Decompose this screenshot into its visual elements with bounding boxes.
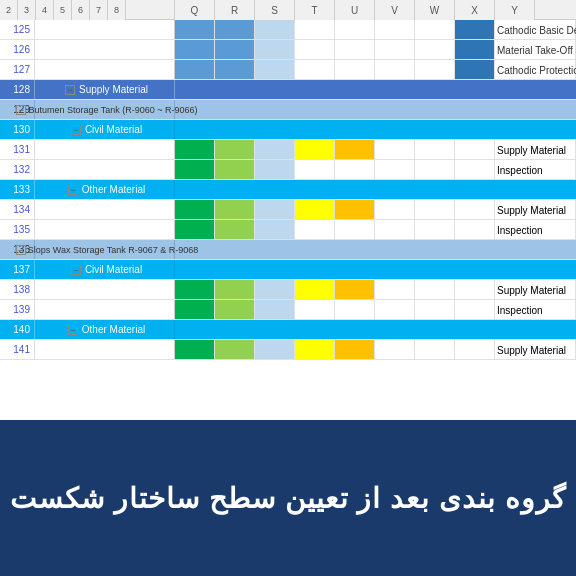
cell: Supply Material: [495, 280, 576, 299]
cell: [255, 300, 295, 319]
collapse-button[interactable]: −: [71, 125, 81, 135]
cell: [455, 200, 495, 219]
table-row: 133 − Other Material: [0, 180, 576, 200]
row-number: 128: [0, 80, 35, 99]
row-label: Civil Material: [81, 264, 142, 275]
col-t: T: [295, 0, 335, 20]
cell: [375, 140, 415, 159]
row-number: 131: [0, 140, 35, 159]
row-number: 126: [0, 40, 35, 59]
table-row: 132 Inspection: [0, 160, 576, 180]
cell: [415, 220, 455, 239]
cell: [255, 280, 295, 299]
col-r: R: [215, 0, 255, 20]
cell: [335, 340, 375, 359]
cell: [215, 200, 255, 219]
cell: [335, 40, 375, 59]
inspection-label: Inspection: [497, 164, 543, 175]
cell: Inspection: [495, 220, 576, 239]
table-row: 140 − Other Material: [0, 320, 576, 340]
cell: [335, 140, 375, 159]
row-number: 137: [0, 260, 35, 279]
cell: [415, 160, 455, 179]
table-row: 138 Supply Material: [0, 280, 576, 300]
cell: [455, 40, 495, 59]
cell: [455, 160, 495, 179]
cell: Inspection: [495, 160, 576, 179]
cell: [455, 60, 495, 79]
cell: [215, 340, 255, 359]
cell: [295, 200, 335, 219]
cell: [175, 200, 215, 219]
cell: [215, 140, 255, 159]
cell: [175, 40, 215, 59]
cell: [295, 40, 335, 59]
cell: [455, 280, 495, 299]
table-row: 139 Inspection: [0, 300, 576, 320]
row-label: Slops Wax Storage Tank R-9067 & R-9068: [26, 245, 199, 255]
cell: [295, 20, 335, 39]
cell: [415, 340, 455, 359]
collapse-button[interactable]: −: [71, 265, 81, 275]
cell: [375, 160, 415, 179]
table-row: 127 Cathodic Protection Syst: [0, 60, 576, 80]
cell: [455, 300, 495, 319]
cell: [175, 280, 215, 299]
col-num-4: 4: [36, 0, 54, 20]
cell: [215, 160, 255, 179]
table-row: 134 Supply Material: [0, 200, 576, 220]
cell: [175, 20, 215, 39]
cell: [375, 340, 415, 359]
collapse-button[interactable]: −: [16, 105, 26, 115]
row-number: 127: [0, 60, 35, 79]
inspection-label: Inspection: [497, 304, 543, 315]
cell: Supply Material: [495, 200, 576, 219]
cell: [375, 60, 415, 79]
row-label: Civil Material: [81, 124, 142, 135]
cell: [335, 60, 375, 79]
cell: [255, 160, 295, 179]
table-row: 135 Inspection: [0, 220, 576, 240]
col-w: W: [415, 0, 455, 20]
cell: [215, 280, 255, 299]
cell: Cathodic Basic Design &: [495, 20, 576, 39]
supply-material-label: Supply Material: [497, 344, 566, 355]
cell: [215, 60, 255, 79]
cell: [415, 20, 455, 39]
table-row: 125 Cathodic Basic Design &: [0, 20, 576, 40]
cell: Inspection: [495, 300, 576, 319]
table-row: 128 − Supply Material: [0, 80, 576, 100]
row-label: Other Material: [78, 184, 145, 195]
cell: [335, 280, 375, 299]
collapse-button[interactable]: −: [68, 325, 78, 335]
cell: [175, 220, 215, 239]
row-number: 138: [0, 280, 35, 299]
row-number: 134: [0, 200, 35, 219]
table-row: 141 Supply Material: [0, 340, 576, 360]
collapse-button[interactable]: −: [65, 85, 75, 95]
cell: [255, 200, 295, 219]
cell: [375, 200, 415, 219]
col-num-3: 3: [18, 0, 36, 20]
collapse-button[interactable]: −: [16, 245, 26, 255]
cell: [295, 160, 335, 179]
cell: [215, 40, 255, 59]
cell: [295, 60, 335, 79]
table-row: 136 − Slops Wax Storage Tank R-9067 & R-…: [0, 240, 576, 260]
cell: [415, 60, 455, 79]
cell: [375, 280, 415, 299]
cell: [375, 300, 415, 319]
row-number: 139: [0, 300, 35, 319]
collapse-button[interactable]: −: [68, 185, 78, 195]
cell: [175, 60, 215, 79]
banner-text: گروه بندی بعد از تعیین سطح ساختار شکست: [10, 482, 565, 515]
right-label: Cathodic Protection Syst: [497, 64, 576, 75]
supply-material-label: Supply Material: [497, 284, 566, 295]
row-number: 140: [0, 320, 35, 339]
row-number: 130: [0, 120, 35, 139]
cell: [335, 20, 375, 39]
cell: [415, 140, 455, 159]
cell: [295, 220, 335, 239]
cell: [375, 20, 415, 39]
cell: [455, 20, 495, 39]
